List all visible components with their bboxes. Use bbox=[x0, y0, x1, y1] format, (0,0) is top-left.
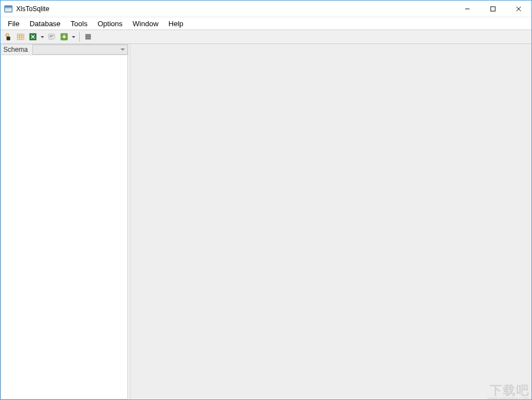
stop-icon[interactable] bbox=[83, 31, 94, 42]
menu-window[interactable]: Window bbox=[128, 18, 163, 29]
svg-rect-4 bbox=[491, 7, 495, 11]
titlebar: XlsToSqlite bbox=[1, 1, 531, 17]
excel-icon[interactable] bbox=[27, 31, 38, 42]
schema-row: Schema bbox=[1, 44, 128, 55]
menu-database[interactable]: Database bbox=[25, 18, 66, 29]
svg-rect-8 bbox=[7, 37, 10, 40]
content-area: Schema bbox=[1, 44, 531, 399]
app-window: XlsToSqlite File Database Tools Options … bbox=[0, 0, 532, 400]
chevron-down-icon bbox=[120, 48, 125, 51]
svg-rect-15 bbox=[49, 34, 55, 39]
svg-rect-19 bbox=[85, 34, 91, 40]
svg-rect-2 bbox=[5, 7, 12, 8]
menu-tools[interactable]: Tools bbox=[66, 18, 93, 29]
close-button[interactable] bbox=[506, 1, 531, 17]
connect-icon[interactable] bbox=[3, 31, 14, 42]
minimize-button[interactable] bbox=[454, 1, 480, 17]
menu-help[interactable]: Help bbox=[163, 18, 188, 29]
export-icon[interactable] bbox=[59, 31, 70, 42]
export-dropdown-arrow[interactable] bbox=[71, 31, 76, 42]
maximize-button[interactable] bbox=[480, 1, 506, 17]
query-icon[interactable] bbox=[46, 31, 57, 42]
table-icon[interactable] bbox=[15, 31, 26, 42]
toolbar bbox=[1, 30, 531, 44]
excel-dropdown-arrow[interactable] bbox=[40, 31, 45, 42]
app-icon bbox=[4, 4, 13, 13]
svg-rect-9 bbox=[17, 34, 24, 40]
window-title: XlsToSqlite bbox=[16, 5, 49, 13]
schema-select[interactable] bbox=[32, 45, 128, 55]
toolbar-separator bbox=[79, 32, 80, 42]
menu-file[interactable]: File bbox=[3, 18, 25, 29]
schema-tree[interactable] bbox=[1, 55, 128, 399]
svg-point-7 bbox=[6, 33, 9, 37]
sidebar: Schema bbox=[1, 44, 130, 399]
menu-options[interactable]: Options bbox=[93, 18, 128, 29]
schema-label: Schema bbox=[1, 46, 32, 53]
menubar: File Database Tools Options Window Help bbox=[1, 17, 531, 30]
main-workspace bbox=[130, 44, 531, 399]
window-controls bbox=[454, 1, 531, 17]
